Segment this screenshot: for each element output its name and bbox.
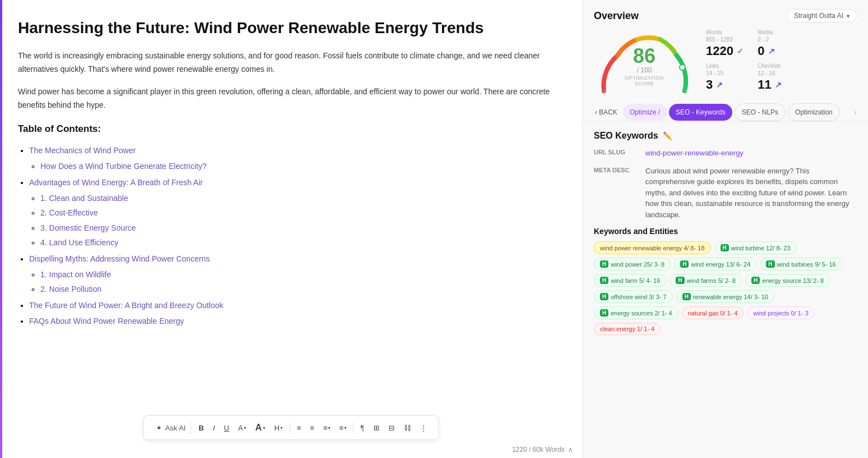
toc-link-5[interactable]: FAQs About Wind Power Renewable Energy <box>29 317 184 326</box>
keyword-renewable-energy[interactable]: H renewable energy 14/ 3- 10 <box>676 290 774 303</box>
list-item[interactable]: 1. Impact on Wildlife <box>40 268 555 281</box>
tab-optimize[interactable]: Optimize / <box>623 104 667 121</box>
editor-content[interactable]: Harnessing the Future: Wind Power Renewa… <box>0 0 582 458</box>
list-item[interactable]: Dispelling Myths: Addressing Wind Power … <box>29 253 555 296</box>
keyword-clean-energy[interactable]: clean energy 1/ 1- 4 <box>594 323 661 335</box>
panel-body[interactable]: SEO Keywords ✏️ URL SLUG wind-power-rene… <box>583 122 868 458</box>
badge-label: Straight Outta AI <box>794 12 843 20</box>
list-item[interactable]: 3. Domestic Energy Source <box>40 222 555 234</box>
bold-button[interactable]: B <box>195 422 207 434</box>
table-button[interactable]: ⊟ <box>385 422 398 434</box>
stat-links: Links 14 - 15 3 ↗ <box>706 63 753 92</box>
chevron-down-icon: ▾ <box>847 13 849 19</box>
list-item[interactable]: 1. Clean and Sustainable <box>40 192 555 204</box>
list-item[interactable]: The Future of Wind Power: A Bright and B… <box>29 299 555 312</box>
nav-right-arrow-icon[interactable]: › <box>852 106 859 119</box>
keyword-natural-gas[interactable]: natural gas 0/ 1- 4 <box>682 306 744 319</box>
keyword-energy-source[interactable]: H energy source 13/ 2- 8 <box>745 274 830 287</box>
toc-sub-link[interactable]: 3. Domestic Energy Source <box>40 223 136 232</box>
text-color-button[interactable]: A ▾ <box>235 422 250 434</box>
toc-link-4[interactable]: The Future of Wind Power: A Bright and B… <box>29 301 223 310</box>
toolbar-divider-1 <box>289 423 290 433</box>
expand-icon[interactable]: ∧ <box>568 446 573 454</box>
toc-sub-link[interactable]: 2. Cost-Effective <box>40 208 98 217</box>
toc-heading: Table of Contents: <box>18 121 555 136</box>
keyword-wind-farms[interactable]: H wind farms 5/ 2- 8 <box>670 274 742 287</box>
align-center-button[interactable]: ≡ <box>307 422 318 434</box>
edit-icon[interactable]: ✏️ <box>663 131 672 140</box>
intro-paragraph-2[interactable]: Wind power has become a significant play… <box>18 85 555 112</box>
keyword-wind-turbine[interactable]: H wind turbine 12/ 8- 23 <box>714 241 797 254</box>
toc-sub-2: 1. Clean and Sustainable 2. Cost-Effecti… <box>29 192 555 249</box>
meta-desc-label: META DESC <box>594 166 639 173</box>
keyword-wind-projects[interactable]: wind projects 0/ 1- 3 <box>747 306 814 319</box>
h-badge: H <box>600 309 608 317</box>
font-size-button[interactable]: A ▾ <box>252 420 269 435</box>
h-badge: H <box>751 277 760 284</box>
toc-link-1[interactable]: The Mechanics of Wind Power <box>29 146 136 155</box>
editor-accent-bar <box>0 0 2 458</box>
keyword-energy-sources[interactable]: H energy sources 2/ 1- 4 <box>594 306 678 319</box>
paragraph-button[interactable]: ¶ <box>357 422 368 434</box>
right-panel: Overview Straight Outta AI ▾ <box>582 0 868 458</box>
url-slug-value[interactable]: wind-power-renewable-energy <box>645 148 857 159</box>
keywords-entities-title: Keywords and Entities <box>594 227 857 236</box>
meta-desc-value[interactable]: Curious about wind power renewable energ… <box>645 166 857 221</box>
stat-media-label: Media <box>758 29 805 35</box>
align-left-button[interactable]: ≡ <box>293 422 304 434</box>
toc-sub-link[interactable]: 1. Impact on Wildlife <box>40 270 111 279</box>
list-item[interactable]: 2. Cost-Effective <box>40 207 555 219</box>
ordered-list-button[interactable]: ≡▾ <box>320 422 334 434</box>
url-slug-label: URL SLUG <box>594 148 639 155</box>
tab-seo-keywords[interactable]: SEO - Keywords <box>669 104 732 121</box>
stat-words-range: 855 - 1283 <box>706 36 753 43</box>
list-item[interactable]: The Mechanics of Wind Power How Does a W… <box>29 144 555 173</box>
h-badge: H <box>600 260 608 268</box>
image-button[interactable]: ⊞ <box>370 422 383 434</box>
toc-link-3[interactable]: Dispelling Myths: Addressing Wind Power … <box>29 254 210 263</box>
toc-sub-link[interactable]: 2. Noise Pollution <box>40 285 101 294</box>
svg-point-0 <box>680 65 685 70</box>
keyword-wind-turbines[interactable]: H wind turbines 9/ 5- 16 <box>760 258 842 271</box>
intro-paragraph-1[interactable]: The world is increasingly embracing sust… <box>18 49 555 76</box>
underline-button[interactable]: U <box>220 422 232 434</box>
unordered-list-button[interactable]: ≡▾ <box>336 422 350 434</box>
list-item[interactable]: 2. Noise Pollution <box>40 283 555 295</box>
heading-button[interactable]: H▾ <box>271 422 286 434</box>
keyword-wind-power[interactable]: H wind power 25/ 3- 8 <box>594 258 671 271</box>
back-button[interactable]: ‹ BACK <box>592 104 621 121</box>
stat-checklist-range: 12 - 16 <box>758 70 805 76</box>
italic-button[interactable]: I <box>210 422 219 434</box>
keyword-wind-energy[interactable]: H wind energy 13/ 6- 24 <box>674 258 756 271</box>
ask-ai-section[interactable]: ✦ Ask AI <box>151 422 191 434</box>
keyword-offshore-wind[interactable]: H offshore wind 3/ 3- 7 <box>594 290 673 303</box>
stat-links-range: 14 - 15 <box>706 70 753 76</box>
article-title[interactable]: Harnessing the Future: Wind Power Renewa… <box>18 18 555 38</box>
toc-sub-link[interactable]: 4. Land Use Efficiency <box>40 238 118 247</box>
overview-title: Overview <box>594 10 639 22</box>
stat-checklist-value: 11 ↗ <box>758 77 805 92</box>
toc-sub-link[interactable]: 1. Clean and Sustainable <box>40 194 128 203</box>
toc-link-2[interactable]: Advantages of Wind Energy: A Breath of F… <box>29 178 203 187</box>
list-item[interactable]: Advantages of Wind Energy: A Breath of F… <box>29 176 555 249</box>
arrow-up-right-icon: ↗ <box>768 47 775 56</box>
list-item[interactable]: How Does a Wind Turbine Generate Electri… <box>40 160 555 172</box>
stat-checklist-label: Checklist <box>758 63 805 69</box>
editor-area: Harnessing the Future: Wind Power Renewa… <box>0 0 582 458</box>
arrow-up-right-icon-3: ↗ <box>775 80 782 89</box>
tab-optimization[interactable]: Optimization <box>788 103 840 121</box>
ask-ai-label[interactable]: Ask AI <box>165 424 186 432</box>
sparkle-icon: ✦ <box>156 424 162 432</box>
keyword-wind-farm[interactable]: H wind farm 5/ 4- 16 <box>594 274 666 287</box>
keyword-wind-power-renewable-energy[interactable]: wind power renewable energy 4/ 8- 18 <box>594 241 711 254</box>
tab-seo-nlps[interactable]: SEO - NLPs <box>735 103 786 121</box>
list-item[interactable]: 4. Land Use Efficiency <box>40 236 555 249</box>
toc-sub-3: 1. Impact on Wildlife 2. Noise Pollution <box>29 268 555 296</box>
straight-outta-badge[interactable]: Straight Outta AI ▾ <box>787 9 857 22</box>
toc-sub-link[interactable]: How Does a Wind Turbine Generate Electri… <box>40 162 206 171</box>
list-item[interactable]: FAQs About Wind Power Renewable Energy <box>29 315 555 327</box>
gauge-score: 86 / 100 OPTIMIZATION SCORE <box>619 46 670 86</box>
stat-words-value: 1220 ✓ <box>706 44 753 58</box>
more-button[interactable]: ⋮ <box>417 422 431 434</box>
link-button[interactable]: ⛓ <box>400 422 414 434</box>
